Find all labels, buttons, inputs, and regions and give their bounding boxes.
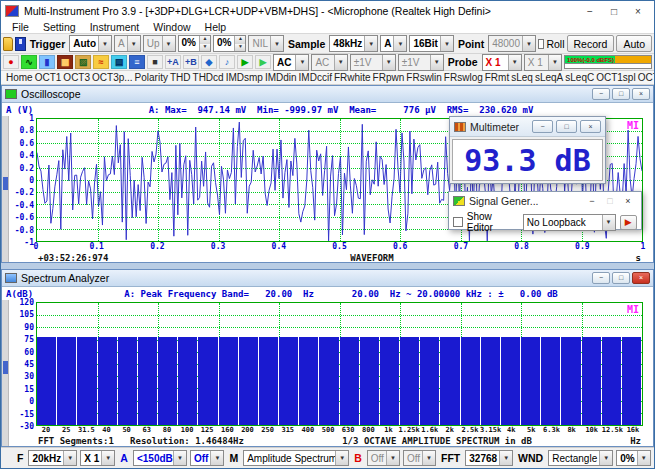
- b-range-select[interactable]: Off▼: [367, 450, 400, 466]
- volume-icon[interactable]: ♪: [219, 55, 235, 69]
- hotkey-sleq[interactable]: sLeq: [510, 72, 534, 83]
- spectrum-plot[interactable]: MI: [36, 302, 643, 426]
- hotkey-frswlog[interactable]: FRswlog: [443, 72, 484, 83]
- hotkey-oct1[interactable]: OCT1: [34, 72, 63, 83]
- sample-rate-select[interactable]: 48kHz▼: [329, 35, 378, 52]
- b-filter-select[interactable]: Off▼: [403, 450, 436, 466]
- spec-minimize-button[interactable]: −: [592, 272, 610, 284]
- hotkey-sleqc[interactable]: sLeqC: [564, 72, 595, 83]
- osc-y-scrollbar[interactable]: [2, 116, 9, 262]
- trigger-delay-stepper[interactable]: 0%▲▼: [213, 35, 246, 52]
- fft-size-select[interactable]: 32768▼: [465, 450, 513, 466]
- hotkey-oct3spl[interactable]: OCT3spl: [637, 72, 655, 83]
- sample-channel-select[interactable]: A▼: [380, 35, 407, 52]
- trigger-edge-select[interactable]: Up▼: [143, 35, 176, 52]
- multimeter-titlebar[interactable]: Multimeter − □ ×: [450, 117, 605, 137]
- hotkey-frswlin[interactable]: FRswlin: [405, 72, 443, 83]
- hotkey-polarity[interactable]: Polarity: [134, 72, 169, 83]
- mm-close-button[interactable]: ×: [580, 120, 601, 133]
- menu-instrument[interactable]: Instrument: [83, 21, 147, 33]
- spectrum-3d-plot-icon[interactable]: ▨: [75, 55, 91, 69]
- osc-close-button[interactable]: ×: [632, 88, 650, 100]
- trigger-hpf-select[interactable]: NIL▼: [248, 35, 284, 52]
- hotkey-home[interactable]: Home: [5, 72, 34, 83]
- sg-minimize-button[interactable]: −: [583, 196, 601, 206]
- mm-restore-button[interactable]: □: [556, 120, 577, 133]
- a-filter-select[interactable]: Off▼: [190, 450, 224, 466]
- oscilloscope-titlebar[interactable]: Oscilloscope − □ ×: [2, 86, 653, 103]
- signal-generator-icon[interactable]: ≈: [93, 55, 109, 69]
- hotkey-oct3[interactable]: OCT3: [62, 72, 91, 83]
- spec-y-scrollbar[interactable]: [2, 300, 9, 446]
- auto-button[interactable]: Auto: [616, 35, 652, 52]
- hotkey-thd[interactable]: THD: [169, 72, 192, 83]
- maximize-button[interactable]: □: [602, 3, 626, 19]
- calibration-wrench-icon[interactable]: ◆: [201, 55, 217, 69]
- spec-close-button[interactable]: ×: [632, 272, 650, 284]
- freq-mult-select[interactable]: X 1▼: [80, 450, 115, 466]
- show-editor-checkbox[interactable]: [453, 217, 463, 227]
- record-icon[interactable]: ●: [3, 55, 19, 69]
- coupling-b-select[interactable]: AC▼: [311, 54, 347, 71]
- probe-cal-a-icon[interactable]: +A: [165, 55, 181, 69]
- menu-file[interactable]: File: [5, 21, 36, 33]
- probe-cal-b-icon[interactable]: +B: [183, 55, 199, 69]
- save-file-icon[interactable]: [15, 37, 25, 51]
- record-button[interactable]: Record: [567, 35, 615, 52]
- probe-a-select[interactable]: X 1▼: [482, 54, 522, 71]
- down-arrow-icon[interactable]: ▼: [235, 44, 245, 52]
- osc-restore-button[interactable]: □: [612, 88, 630, 100]
- hotkey-imdccif[interactable]: IMDccif: [298, 72, 333, 83]
- freq-range-select[interactable]: 20kHz▼: [28, 450, 77, 466]
- loopback-select[interactable]: No Loopback▼: [523, 214, 616, 231]
- osc-minimize-button[interactable]: −: [592, 88, 610, 100]
- bit-depth-select[interactable]: 16Bit▼: [409, 35, 453, 52]
- roll-checkbox[interactable]: [538, 39, 544, 49]
- hotkey-oct1spl[interactable]: OCT1spl: [595, 72, 636, 83]
- device-test-plan-icon[interactable]: ▤: [111, 55, 127, 69]
- mode-select[interactable]: Amplitude Spectrum▼: [243, 450, 349, 466]
- sg-play-button[interactable]: ▶: [620, 215, 637, 230]
- hotkey-sleqa[interactable]: sLeqA: [534, 72, 564, 83]
- range-b-select[interactable]: ±1V▼: [398, 54, 444, 71]
- sound-device-icon[interactable]: ■: [147, 55, 163, 69]
- sg-close-button[interactable]: ×: [619, 196, 637, 206]
- a-range-select[interactable]: <150dB>▼: [133, 450, 187, 466]
- hotkey-oct3p[interactable]: OCT3p...: [91, 72, 134, 83]
- window-fn-select[interactable]: Rectangle▼: [548, 450, 613, 466]
- osc-scroll-thumb[interactable]: [3, 177, 8, 190]
- overlap-select[interactable]: 0%▼: [616, 450, 650, 466]
- menu-help[interactable]: Help: [198, 21, 234, 33]
- down-arrow-icon[interactable]: ▼: [200, 44, 210, 52]
- multimeter-icon[interactable]: ▦: [57, 55, 73, 69]
- oscilloscope-icon[interactable]: ∿: [21, 55, 37, 69]
- spec-scroll-thumb[interactable]: [3, 361, 8, 374]
- range-a-select[interactable]: ±1V▼: [350, 54, 396, 71]
- trigger-level-stepper[interactable]: 0%▲▼: [178, 35, 211, 52]
- run-icon[interactable]: ▶: [237, 55, 253, 69]
- hotkey-imdsmp[interactable]: IMDsmp: [225, 72, 264, 83]
- hotkey-frpwn[interactable]: FRpwn: [372, 72, 406, 83]
- multimeter-window[interactable]: Multimeter − □ × 93.3 dB: [449, 116, 606, 184]
- coupling-a-select[interactable]: AC▼: [273, 54, 309, 71]
- minimize-button[interactable]: −: [578, 3, 602, 19]
- spectrum-analyzer-icon[interactable]: ▮: [39, 55, 55, 69]
- spec-restore-button[interactable]: □: [612, 272, 630, 284]
- derived-data-point-icon[interactable]: ≡: [129, 55, 145, 69]
- hotkey-frmt[interactable]: FRmt: [484, 72, 510, 83]
- hotkey-imddin[interactable]: IMDdin: [264, 72, 298, 83]
- signal-generator-window[interactable]: Signal Gener... − □ × Show Editor No Loo…: [448, 191, 642, 230]
- point-count-select[interactable]: 48000▼: [488, 35, 536, 52]
- menu-window[interactable]: Window: [146, 21, 197, 33]
- spectrum-titlebar[interactable]: Spectrum Analyzer − □ ×: [2, 270, 653, 287]
- probe-b-select[interactable]: X 1▼: [524, 54, 562, 71]
- mm-minimize-button[interactable]: −: [532, 120, 553, 133]
- open-file-icon[interactable]: [3, 37, 13, 51]
- run-once-icon[interactable]: ▶: [255, 55, 271, 69]
- hotkey-frwhite[interactable]: FRwhite: [333, 72, 372, 83]
- trigger-mode-select[interactable]: Auto▼: [69, 35, 112, 52]
- hotkey-thdcd[interactable]: THDcd: [192, 72, 225, 83]
- menu-setting[interactable]: Setting: [36, 21, 83, 33]
- signal-generator-titlebar[interactable]: Signal Gener... − □ ×: [449, 192, 641, 209]
- trigger-source-select[interactable]: A▼: [114, 35, 141, 52]
